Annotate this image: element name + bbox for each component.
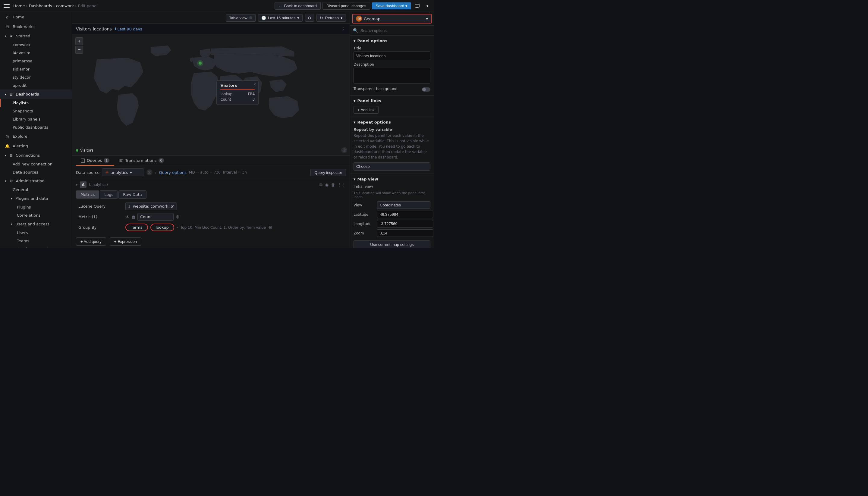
repeat-options-title[interactable]: ▾ Repeat options [354, 120, 430, 124]
sidebar-item-alerting[interactable]: 🔔 Alerting [0, 141, 72, 151]
metric-value[interactable]: Count [137, 213, 174, 221]
sidebar-item-home[interactable]: ⌂ Home [0, 12, 72, 22]
hamburger-menu[interactable] [2, 2, 11, 10]
tooltip-close-button[interactable]: × [253, 82, 256, 87]
refresh-button[interactable]: ↻ Refresh ▾ [316, 14, 346, 22]
discard-panel-changes-button[interactable]: Discard panel changes [323, 2, 370, 10]
sidebar-plugins-label: Plugins and data [15, 196, 48, 201]
add-link-button[interactable]: + Add link [354, 106, 378, 113]
query-options-link[interactable]: Query options [159, 170, 187, 175]
metric-trash-button[interactable]: 🗑 [131, 215, 136, 219]
map-container[interactable]: + − × Visitors lookup FRA Count 3 [72, 34, 350, 155]
sidebar-item-data-sources[interactable]: Data sources [0, 168, 72, 176]
add-query-button[interactable]: + Add query [76, 237, 106, 246]
sidebar-item-snapshots[interactable]: Snapshots [0, 107, 72, 115]
save-dashboard-button[interactable]: Save dashboard ▾ [372, 2, 411, 9]
metric-label-text: Metric (1) [78, 215, 97, 219]
sidebar-item-comwork[interactable]: comwork [0, 41, 72, 49]
sidebar-group-plugins[interactable]: ▾ Plugins and data [0, 194, 72, 203]
lookup-pill[interactable]: lookup [150, 223, 174, 231]
time-picker-button[interactable]: 🕐 Last 15 minutes ▾ [258, 14, 303, 22]
sidebar-item-explore[interactable]: ◎ Explore [0, 131, 72, 141]
query-hide-button[interactable]: ◉ [325, 182, 328, 187]
sidebar-item-i4evosim[interactable]: i4evosim [0, 49, 72, 57]
qt-tab-logs[interactable]: Logs [100, 190, 118, 199]
zoom-out-button[interactable]: ⊖ [305, 14, 314, 22]
sidebar-item-library-panels[interactable]: Library panels [0, 115, 72, 123]
sidebar-item-service-accounts[interactable]: Service accounts [0, 245, 72, 248]
metric-eye-button[interactable]: 👁 [125, 215, 129, 219]
add-expression-button[interactable]: + Expression [110, 237, 142, 246]
sidebar-item-general[interactable]: General [0, 186, 72, 194]
table-view-label: Table view [229, 16, 247, 20]
map-info-button[interactable]: ⓘ [341, 147, 347, 153]
qt-tab-metrics[interactable]: Metrics [76, 190, 99, 199]
tab-queries[interactable]: Queries 1 [76, 156, 114, 166]
sidebar-group-dashboards[interactable]: ▾ ⊞ Dashboards [0, 90, 72, 99]
map-view-title[interactable]: ▾ Map view [354, 177, 430, 182]
main-content: Table view 🕐 Last 15 minutes ▾ ⊖ ↻ Refre… [72, 12, 350, 248]
terms-pill[interactable]: Terms [125, 223, 148, 231]
lucene-input[interactable]: 1 website:'comwork.io' [125, 202, 176, 210]
sidebar-item-plugins[interactable]: Plugins [0, 203, 72, 211]
metric-add-button[interactable]: ⊕ [175, 214, 179, 220]
transparent-toggle[interactable] [422, 88, 430, 92]
sidebar-item-styldecor[interactable]: styldecor [0, 73, 72, 81]
breadcrumb-dashboards[interactable]: Dashboards [29, 4, 52, 8]
repeat-options-section: ▾ Repeat options Repeat by variable Repe… [350, 117, 434, 174]
initial-view-label: Initial view [354, 184, 430, 189]
query-delete-button[interactable]: 🗑 [331, 182, 335, 187]
sidebar-item-sidiamor[interactable]: sidiamor [0, 65, 72, 73]
sidebar-item-playlists[interactable]: Playlists [0, 99, 72, 107]
tab-transformations[interactable]: Transformations 0 [114, 156, 169, 166]
latitude-input[interactable] [377, 211, 433, 218]
table-view-button[interactable]: Table view [226, 14, 255, 22]
group-by-controls: Terms lookup › Top 10, Min Doc Count: 1,… [125, 223, 344, 231]
sidebar-item-primarosa[interactable]: primarosa [0, 57, 72, 65]
sidebar-item-bookmarks[interactable]: ⊟ Bookmarks [0, 22, 72, 31]
panel-menu-button[interactable]: ⋮ [341, 26, 346, 32]
back-to-dashboard-button[interactable]: ← Back to dashboard [275, 2, 321, 10]
query-drag-button[interactable]: ⋮⋮ [338, 182, 346, 187]
description-textarea[interactable] [354, 68, 430, 83]
sidebar-group-administration[interactable]: ▾ ⚙ Administration [0, 176, 72, 186]
panel-options-title[interactable]: ▾ Panel options [354, 38, 430, 43]
panel-links-title[interactable]: ▾ Panel links [354, 98, 430, 103]
tooltip-row-count: Count 3 [220, 97, 255, 102]
longitude-input[interactable] [377, 220, 433, 228]
group-by-add-button[interactable]: ⊕ [268, 224, 272, 230]
sidebar-group-starred[interactable]: ▾ ★ Starred [0, 31, 72, 41]
title-input[interactable] [354, 51, 430, 60]
zoom-out-map-button[interactable]: − [75, 46, 83, 53]
qt-tab-raw-data[interactable]: Raw Data [119, 190, 146, 199]
sidebar-item-uprodit[interactable]: uprodit [0, 81, 72, 90]
sidebar-item-correlations[interactable]: Correlations [0, 211, 72, 219]
map-controls: + − [75, 37, 83, 53]
sidebar-dashboards-label: Dashboards [16, 92, 39, 96]
data-source-select[interactable]: ✳ analytics ▾ [102, 168, 144, 176]
query-inspector-button[interactable]: Query inspector [310, 169, 346, 176]
breadcrumb-home[interactable]: Home [13, 4, 25, 8]
sidebar-item-teams[interactable]: Teams [0, 237, 72, 245]
tv-mode-button[interactable] [413, 2, 421, 10]
sidebar-group-connections[interactable]: ▾ ⊕ Connections [0, 151, 72, 160]
query-copy-button[interactable]: ⧉ [320, 182, 323, 187]
sidebar-group-users[interactable]: ▾ Users and access [0, 219, 72, 229]
sidebar-item-public-dashboards[interactable]: Public dashboards [0, 123, 72, 131]
use-map-settings-button[interactable]: Use current map settings [354, 241, 430, 248]
sidebar-item-users[interactable]: Users [0, 229, 72, 237]
sidebar-item-add-connection[interactable]: Add new connection [0, 160, 72, 168]
breadcrumb-comwork[interactable]: comwork [56, 4, 74, 8]
zoom-in-button[interactable]: + [75, 37, 83, 45]
panel-links-chevron: ▾ [354, 98, 356, 103]
repeat-variable-select[interactable]: Choose [354, 162, 430, 171]
zoom-input[interactable] [377, 229, 433, 237]
expand-button[interactable]: ▾ [423, 2, 432, 10]
view-select[interactable]: Coordinates [377, 201, 430, 209]
geomap-selector[interactable]: 🗺 Geomap ▾ [352, 14, 432, 24]
metric-cell: 👁 🗑 Count ⊕ [123, 212, 346, 222]
search-options-input[interactable] [360, 28, 431, 33]
star-icon: ★ [9, 34, 13, 38]
query-info-button[interactable]: ⓘ [146, 169, 153, 175]
tv-icon [415, 4, 420, 9]
